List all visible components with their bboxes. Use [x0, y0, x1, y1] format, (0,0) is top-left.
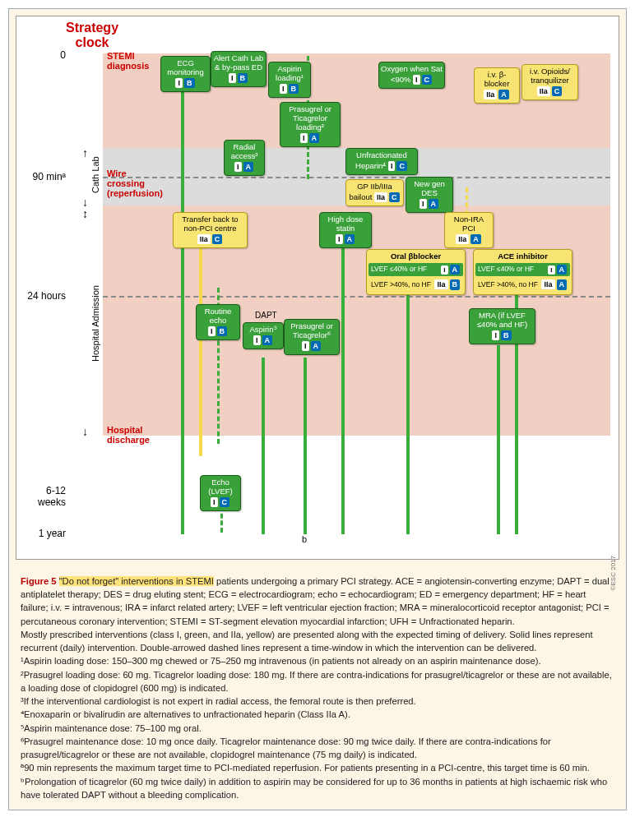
- box-ace: ACE inhibitor LVEF ≤40% or HFIA LVEF >40…: [473, 249, 572, 295]
- class-badge: IIa: [537, 86, 550, 96]
- box-echo-lvef: Echo (LVEF) IC: [200, 475, 241, 511]
- footnote-a: ª90 min represents the maximum target ti…: [21, 763, 590, 773]
- figure-container: Strategy clock 0 90 minª 24 hours 6-12 w…: [8, 8, 627, 810]
- chart-title: Strategy clock: [66, 21, 118, 50]
- class-badge: I: [175, 78, 183, 88]
- loe-badge: B: [450, 279, 461, 289]
- box-label: Echo (LVEF): [208, 478, 232, 496]
- loe-badge: A: [450, 265, 461, 275]
- box-label: New gen DES: [414, 179, 445, 197]
- loe-badge: A: [311, 341, 322, 351]
- box-label: Oral βblocker: [368, 252, 463, 261]
- box-label: Radial access³: [231, 142, 258, 160]
- box-gp: GP IIb/IIIa bailout IIaC: [345, 179, 404, 206]
- label-wire: Wire crossing (reperfusion): [107, 168, 160, 198]
- box-radial: Radial access³ IA: [224, 140, 265, 176]
- box-statin: High dose statin IA: [319, 212, 372, 248]
- figure-number: Figure 5: [21, 576, 57, 586]
- box-label: ACE inhibitor: [475, 252, 570, 261]
- loe-badge: B: [238, 73, 248, 83]
- box-label: Oxygen when Sat <90%: [381, 64, 443, 84]
- title-line1: Strategy: [66, 21, 118, 35]
- box-aspirin-loading: Aspirin loading¹ IB: [268, 62, 311, 98]
- arrow-icon: ↕: [82, 207, 88, 220]
- line-ecg: [181, 86, 184, 534]
- class-badge: IIa: [484, 90, 497, 99]
- axis-90: 90 minª: [16, 171, 66, 182]
- axis-24h: 24 hours: [16, 290, 66, 302]
- class-badge: I: [280, 84, 287, 94]
- loe-badge: A: [429, 199, 439, 209]
- loe-badge: A: [345, 234, 355, 244]
- class-badge: I: [548, 265, 554, 275]
- class-badge: I: [300, 133, 308, 143]
- footnote-1: ¹Aspirin loading dose: 150–300 mg chewed…: [21, 656, 541, 666]
- footnote-6: ⁶Prasugrel maintenance dose: 10 mg once …: [21, 736, 551, 759]
- box-iv-bblocker: i.v. β-blocker IIaA: [474, 67, 520, 104]
- box-nonira: Non-IRA PCI IIaA: [444, 212, 494, 248]
- line-transfer: [199, 242, 202, 456]
- loe-badge: C: [422, 75, 433, 85]
- cond-row: LVEF >40%, no HFIIaB: [368, 278, 463, 291]
- cond-row: LVEF >40%, no HFIIaA: [475, 278, 570, 291]
- class-badge: I: [413, 75, 420, 85]
- box-opioids: i.v. Opioids/ tranquilizer IIaC: [521, 64, 578, 100]
- loe-badge: B: [501, 330, 512, 340]
- class-badge: IIa: [456, 234, 469, 244]
- box-mra: MRA (if LVEF ≤40% and HF) IB: [469, 308, 535, 344]
- class-badge: I: [492, 330, 499, 340]
- copyright: ©ESC 2017: [610, 556, 617, 590]
- axis-0: 0: [16, 49, 66, 61]
- arrow-icon: ↑: [82, 146, 88, 159]
- class-badge: I: [208, 326, 216, 336]
- wire-crossing-line: [103, 177, 610, 178]
- loe-badge: A: [243, 162, 254, 172]
- class-badge: I: [234, 162, 242, 172]
- loe-badge: A: [309, 133, 320, 143]
- box-label: Alert Cath Lab & by-pass ED: [214, 53, 264, 72]
- phase-cath: Cath Lab: [90, 156, 100, 193]
- phase-hosp: Hospital Admission: [90, 285, 100, 362]
- footnote-5: ⁵Aspirin maintenance dose: 75–100 mg ora…: [21, 723, 202, 733]
- strategy-clock-chart: Strategy clock 0 90 minª 24 hours 6-12 w…: [16, 16, 619, 560]
- cond-label: LVEF ≤40% or HF: [371, 265, 427, 274]
- loe-badge: A: [557, 265, 568, 275]
- class-badge: I: [229, 73, 236, 83]
- caption-highlight: "Do not forget" interventions in STEMI: [59, 576, 214, 586]
- box-label: Aspirin loading¹: [276, 64, 304, 82]
- loe-badge: A: [498, 90, 509, 99]
- line-statin: [341, 245, 345, 534]
- cond-label: LVEF ≤40% or HF: [478, 265, 534, 274]
- footnote-3: ³If the interventional cardiologist is n…: [21, 696, 416, 706]
- loe-badge: B: [289, 84, 299, 94]
- loe-badge: C: [212, 234, 223, 244]
- cond-label: LVEF >40%, no HF: [478, 281, 538, 289]
- box-label: i.v. Opioids/ tranquilizer: [530, 67, 570, 85]
- line-oralb: [406, 284, 410, 534]
- class-badge: I: [388, 161, 396, 171]
- box-des: New gen DES IA: [406, 177, 453, 213]
- box-label: i.v. β-blocker: [484, 70, 510, 88]
- class-badge: I: [211, 497, 218, 507]
- cond-label: LVEF >40%, no HF: [371, 281, 431, 289]
- line-pras6: [304, 358, 307, 534]
- box-routine-echo: Routine echo IB: [196, 304, 240, 340]
- class-badge: I: [419, 199, 427, 209]
- class-badge: IIa: [374, 192, 387, 202]
- box-oxygen: Oxygen when Sat <90% IC: [378, 62, 445, 89]
- box-label: Aspirin⁵: [249, 325, 276, 334]
- class-badge: IIa: [434, 279, 447, 289]
- box-label: High dose statin: [328, 215, 364, 233]
- class-badge: I: [336, 234, 343, 244]
- box-prasugrel6: Prasugrel or Ticagrelor⁶ IA: [284, 319, 340, 355]
- axis-1y: 1 year: [16, 528, 66, 539]
- loe-badge: A: [262, 335, 273, 345]
- footnote-b: ᵇProlongation of ticagrelor (60 mg twice…: [21, 777, 607, 800]
- class-badge: IIa: [541, 279, 554, 289]
- box-prasugrel-loading: Prasugrel or Ticagrelor loading² IA: [280, 102, 341, 147]
- cond-row: LVEF ≤40% or HFIA: [475, 263, 570, 276]
- label-discharge: Hospital discharge: [107, 425, 156, 445]
- class-badge: I: [253, 335, 261, 345]
- footnote-4: ⁴Enoxaparin or bivalirudin are alternati…: [21, 709, 350, 719]
- class-badge: IIa: [197, 234, 211, 244]
